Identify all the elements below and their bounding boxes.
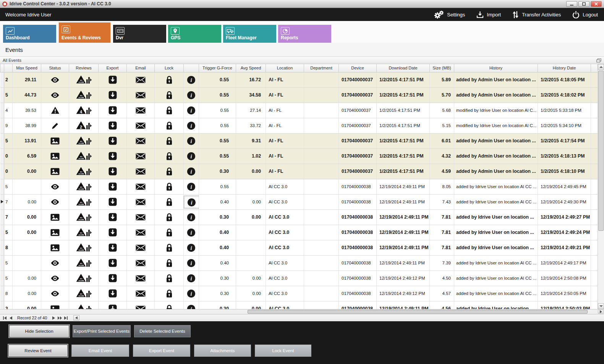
email-envelope-icon[interactable] bbox=[127, 255, 155, 271]
event-row[interactable]: 229.11NOSCOREi0.5516.72Al - FL0170400000… bbox=[0, 72, 598, 87]
status-picture-icon[interactable] bbox=[41, 240, 69, 255]
status-eye-icon[interactable] bbox=[41, 255, 69, 271]
padlock-icon[interactable] bbox=[155, 301, 184, 309]
info-icon[interactable]: i bbox=[184, 240, 199, 255]
export-down-arrow-icon[interactable] bbox=[99, 164, 127, 179]
tab-reports[interactable]: Reports bbox=[278, 25, 331, 43]
export-down-arrow-icon[interactable] bbox=[99, 87, 127, 103]
status-picture-icon[interactable] bbox=[41, 148, 69, 164]
attachments-button[interactable]: Attachments bbox=[194, 345, 251, 357]
status-picture-icon[interactable] bbox=[41, 133, 69, 148]
info-icon[interactable]: i bbox=[184, 194, 199, 209]
record-first-button[interactable] bbox=[2, 315, 8, 321]
settings-action[interactable]: Settings bbox=[434, 10, 465, 19]
padlock-icon[interactable] bbox=[155, 118, 184, 133]
status-eye-icon[interactable] bbox=[41, 72, 69, 87]
review-cell[interactable]: NOSCORE bbox=[69, 271, 99, 286]
review-cell[interactable]: NOSCORE bbox=[69, 240, 99, 255]
record-last-button[interactable] bbox=[63, 315, 69, 321]
event-row[interactable]: 938.992i0.5533.72Al - FL0170400000371/2/… bbox=[0, 118, 598, 133]
email-envelope-icon[interactable] bbox=[127, 225, 155, 240]
event-row[interactable]: 00.00NOSCOREi0.300.00Al - FL017040000037… bbox=[0, 164, 598, 179]
review-cell[interactable]: NOSCORE bbox=[69, 72, 99, 87]
import-action[interactable]: Import bbox=[476, 11, 501, 18]
padlock-icon[interactable] bbox=[155, 209, 184, 225]
email-envelope-icon[interactable] bbox=[127, 103, 155, 118]
export-down-arrow-icon[interactable] bbox=[99, 301, 127, 309]
padlock-icon[interactable] bbox=[155, 148, 184, 164]
padlock-icon[interactable] bbox=[155, 87, 184, 103]
hide-selection-button[interactable]: Hide Selection bbox=[9, 325, 69, 337]
column-header-status[interactable]: Status bbox=[41, 64, 69, 72]
review-cell[interactable]: NOSCORE bbox=[69, 164, 99, 179]
review-cell[interactable]: 2 bbox=[69, 118, 99, 133]
column-header-department[interactable]: Department bbox=[304, 64, 339, 72]
info-icon[interactable]: i bbox=[184, 286, 199, 301]
status-warning-icon[interactable] bbox=[41, 103, 69, 118]
export-down-arrow-icon[interactable] bbox=[99, 194, 127, 209]
info-icon[interactable]: i bbox=[184, 271, 199, 286]
column-header-size-mb-[interactable]: Size (MB) bbox=[430, 64, 454, 72]
email-envelope-icon[interactable] bbox=[127, 164, 155, 179]
info-icon[interactable]: i bbox=[184, 103, 199, 118]
padlock-icon[interactable] bbox=[155, 103, 184, 118]
export-down-arrow-icon[interactable] bbox=[99, 179, 127, 194]
column-header-device[interactable]: Device bbox=[339, 64, 377, 72]
event-row[interactable]: 5NOSCOREi0.55Al CC 3.001704000003812/19/… bbox=[0, 179, 598, 194]
export-down-arrow-icon[interactable] bbox=[99, 72, 127, 87]
scroll-left-button[interactable] bbox=[73, 315, 79, 321]
padlock-icon[interactable] bbox=[155, 286, 184, 301]
tab-dvr[interactable]: Dvr bbox=[113, 25, 166, 43]
export-down-arrow-icon[interactable] bbox=[99, 118, 127, 133]
email-envelope-icon[interactable] bbox=[127, 72, 155, 87]
transfer-activities-action[interactable]: Transfer Activities bbox=[512, 11, 561, 18]
review-cell[interactable]: NOSCORE bbox=[69, 194, 99, 209]
email-envelope-icon[interactable] bbox=[127, 194, 155, 209]
export-down-arrow-icon[interactable] bbox=[99, 271, 127, 286]
status-picture-icon[interactable] bbox=[41, 209, 69, 225]
review-cell[interactable]: NOSCORE bbox=[69, 209, 99, 225]
info-icon[interactable]: i bbox=[184, 301, 199, 309]
padlock-icon[interactable] bbox=[155, 255, 184, 271]
info-icon[interactable]: i bbox=[184, 87, 199, 103]
column-header-download-date[interactable]: Download Date bbox=[377, 64, 430, 72]
export-print-selected-events-button[interactable]: Export/Print Selected Events bbox=[73, 325, 131, 337]
tab-fleet-manager[interactable]: Fleet Manager bbox=[223, 25, 276, 43]
horizontal-scrollbar-thumb[interactable] bbox=[248, 310, 588, 314]
event-row[interactable]: 5NOSCOREi0.40Al CC 3.001704000003812/19/… bbox=[0, 255, 598, 271]
delete-selected-events-button[interactable]: Delete Selected Events bbox=[134, 325, 191, 337]
status-eye-icon[interactable] bbox=[41, 87, 69, 103]
padlock-icon[interactable] bbox=[155, 240, 184, 255]
status-eye-icon[interactable] bbox=[41, 179, 69, 194]
maximize-button[interactable] bbox=[578, 1, 589, 7]
review-cell[interactable]: NOSCORE bbox=[69, 133, 99, 148]
event-row[interactable]: 06.59NOSCOREi0.551.02Al - FL017040000037… bbox=[0, 148, 598, 164]
export-down-arrow-icon[interactable] bbox=[99, 103, 127, 118]
column-header-email[interactable]: Email bbox=[127, 64, 155, 72]
logout-action[interactable]: Logout bbox=[572, 11, 598, 18]
padlock-icon[interactable] bbox=[155, 225, 184, 240]
review-cell[interactable]: NOSCORE bbox=[69, 225, 99, 240]
column-header-trigger-g-force[interactable]: Trigger G-Force bbox=[199, 64, 236, 72]
email-envelope-icon[interactable] bbox=[127, 148, 155, 164]
padlock-icon[interactable] bbox=[155, 72, 184, 87]
event-row[interactable]: 70.00NOSCOREi0.300.00Al CC 3.00170400000… bbox=[0, 209, 598, 225]
review-cell[interactable]: NOSCORE bbox=[69, 87, 99, 103]
info-icon[interactable]: i bbox=[184, 148, 199, 164]
event-row[interactable]: 30.00NOSCOREi0.300.00Al CC 3.00170400000… bbox=[0, 301, 598, 309]
email-envelope-icon[interactable] bbox=[127, 179, 155, 194]
event-row[interactable]: 544.73NOSCOREi0.5534.58Al - FL0170400000… bbox=[0, 87, 598, 103]
export-down-arrow-icon[interactable] bbox=[99, 286, 127, 301]
review-cell[interactable]: NOSCORE bbox=[69, 301, 99, 309]
column-header-history[interactable]: History bbox=[454, 64, 538, 72]
info-icon[interactable]: i bbox=[184, 179, 199, 194]
vertical-scrollbar[interactable] bbox=[598, 64, 604, 309]
email-event-button[interactable]: Email Event bbox=[71, 345, 129, 357]
column-header-avg-speed[interactable]: Avg Speed bbox=[236, 64, 266, 72]
event-row[interactable]: 8NOSCOREi0.40Al CC 3.001704000003812/19/… bbox=[0, 240, 598, 255]
export-down-arrow-icon[interactable] bbox=[99, 148, 127, 164]
record-prev-button[interactable] bbox=[8, 315, 14, 321]
record-next-button[interactable] bbox=[50, 315, 57, 321]
status-picture-icon[interactable] bbox=[41, 225, 69, 240]
export-down-arrow-icon[interactable] bbox=[99, 255, 127, 271]
